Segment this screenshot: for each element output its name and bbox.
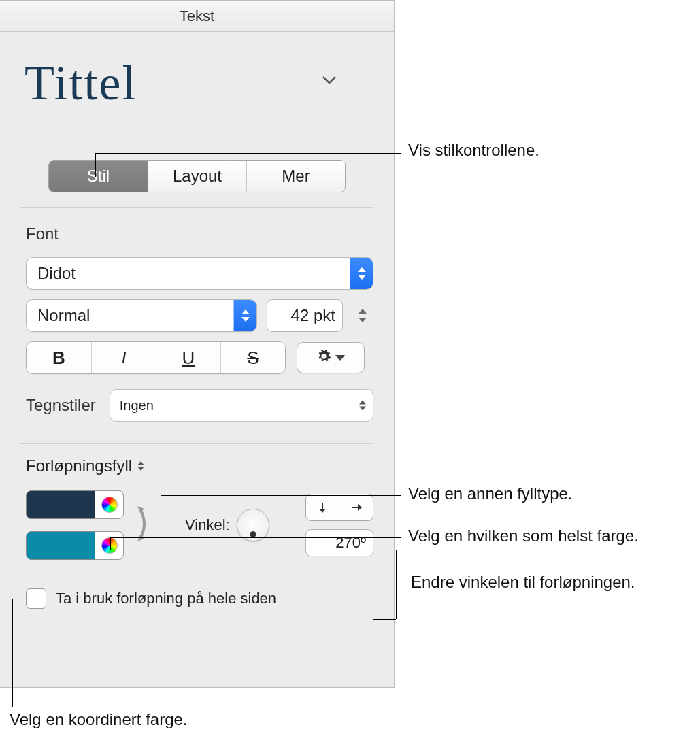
font-family-popup[interactable]: Didot xyxy=(26,257,373,290)
angle-dial-indicator xyxy=(250,531,256,537)
swap-colors-icon[interactable] xyxy=(135,502,154,549)
advanced-options-button[interactable] xyxy=(297,342,365,373)
text-inspector-panel: Tekst Tittel Stil Layout Mer Font Didot xyxy=(0,0,395,688)
text-style-buttons: B I U S xyxy=(26,341,286,374)
tab-mer[interactable]: Mer xyxy=(246,161,345,192)
paragraph-style-name: Tittel xyxy=(24,55,137,112)
panel-header: Tekst xyxy=(0,1,394,32)
fill-section: Forløpningsfyll xyxy=(0,444,394,560)
svg-marker-0 xyxy=(137,506,144,513)
color-wheel-icon xyxy=(101,497,118,513)
chevron-down-icon xyxy=(335,355,345,361)
callout-change-angle: Endre vinkelen til forløpningen. xyxy=(411,573,635,592)
callout-show-style: Vis stilkontrollene. xyxy=(408,141,539,160)
italic-button[interactable]: I xyxy=(91,342,156,373)
gradient-start-color-picker[interactable] xyxy=(95,490,124,519)
popup-stepper-icon[interactable] xyxy=(350,258,373,289)
font-size-field[interactable]: 42 pkt xyxy=(267,299,343,332)
fill-type-label: Forløpningsfyll xyxy=(26,456,132,475)
angle-dial[interactable] xyxy=(237,509,269,541)
svg-marker-5 xyxy=(358,504,362,511)
bold-button[interactable]: B xyxy=(27,342,91,373)
svg-marker-3 xyxy=(319,509,326,513)
font-size-value: 42 pkt xyxy=(267,306,342,325)
char-styles-popup[interactable]: Ingen xyxy=(110,389,373,422)
tab-label: Stil xyxy=(87,167,110,186)
angle-label: Vinkel: xyxy=(185,516,230,534)
direction-down-button[interactable] xyxy=(305,494,339,521)
angle-value-field[interactable]: 270º xyxy=(305,529,373,556)
popup-stepper-icon[interactable] xyxy=(233,300,256,331)
paragraph-style-row[interactable]: Tittel xyxy=(0,32,394,135)
fill-type-popup[interactable]: Forløpningsfyll xyxy=(26,456,373,475)
font-section: Font Didot Normal 42 pkt xyxy=(0,208,394,438)
tab-label: Layout xyxy=(173,167,222,186)
tabs: Stil Layout Mer xyxy=(0,135,394,207)
callout-any-color: Velg en hvilken som helst farge. xyxy=(408,526,639,546)
color-wheel-icon xyxy=(101,537,118,554)
chevron-updown-icon xyxy=(359,401,366,411)
stepper-down-icon[interactable] xyxy=(359,318,367,322)
font-weight-popup[interactable]: Normal xyxy=(26,299,257,332)
callout-coordinated-color: Velg en koordinert farge. xyxy=(10,710,188,729)
font-family-value: Didot xyxy=(27,264,350,283)
panel-header-label: Tekst xyxy=(180,7,214,25)
underline-button[interactable]: U xyxy=(156,342,220,373)
char-styles-value: Ingen xyxy=(120,398,154,414)
gear-icon xyxy=(316,348,331,369)
chevron-updown-icon xyxy=(137,461,144,471)
font-weight-value: Normal xyxy=(27,306,233,325)
strikethrough-button[interactable]: S xyxy=(220,342,285,373)
tab-layout[interactable]: Layout xyxy=(148,161,246,192)
apply-whole-page-checkbox[interactable] xyxy=(26,588,46,609)
gradient-end-color-picker[interactable] xyxy=(95,531,124,560)
angle-value: 270º xyxy=(335,534,366,552)
tab-stil[interactable]: Stil xyxy=(49,161,148,192)
apply-whole-page-label: Ta i bruk forløpning på hele siden xyxy=(56,590,276,607)
tab-label: Mer xyxy=(282,167,310,186)
char-styles-label: Tegnstiler xyxy=(26,396,96,415)
font-section-label: Font xyxy=(26,224,373,244)
gradient-start-color-well[interactable] xyxy=(26,490,95,519)
font-size-stepper[interactable] xyxy=(355,299,370,332)
callout-fill-type: Velg en annen fylltype. xyxy=(408,484,573,503)
gradient-end-color-well[interactable] xyxy=(26,531,95,560)
direction-right-button[interactable] xyxy=(339,494,373,521)
chevron-down-icon[interactable] xyxy=(322,73,337,88)
stepper-up-icon[interactable] xyxy=(359,309,367,314)
